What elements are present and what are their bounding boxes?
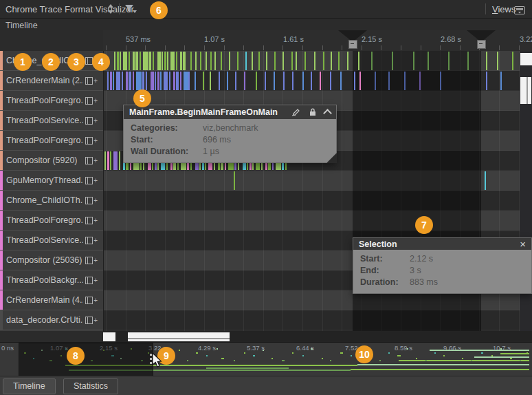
minimap-time-label: 9.66 s <box>443 344 461 352</box>
expand-track-icon[interactable]: + <box>85 297 98 304</box>
selection-left-handle-grip[interactable] <box>348 40 357 49</box>
expand-track-icon[interactable]: + <box>85 317 98 324</box>
tab-timeline[interactable]: Timeline <box>3 378 56 394</box>
track-color-stripe <box>0 131 3 150</box>
expand-track-icon[interactable]: + <box>85 117 98 125</box>
track-row[interactable]: ThreadPoolService...+ <box>0 231 103 250</box>
minimap-time-label: 5.37 s <box>247 344 265 352</box>
track-name: ThreadPoolBackgr... <box>6 275 83 285</box>
track-row[interactable]: Compositor (5920)+ <box>0 151 103 171</box>
expand-track-icon[interactable]: + <box>85 197 98 204</box>
minimap-activity-dash <box>302 355 304 356</box>
tooltip-field-label: Wall Duration: <box>131 146 203 158</box>
minimap-activity-dash <box>217 348 218 350</box>
vertical-scrollbar-thumb[interactable] <box>520 77 531 104</box>
minimap-time-label: 0 ns <box>1 344 14 352</box>
plus-glyph: + <box>93 78 98 84</box>
ruler-label: 3.22 s <box>520 35 532 43</box>
selection-field-label: Duration: <box>360 277 410 288</box>
minimap-activity-dash <box>351 355 352 356</box>
lock-icon[interactable] <box>309 108 316 116</box>
hide-panel-icon[interactable] <box>514 5 525 13</box>
track-row[interactable]: CrRendererMain (4...+ <box>0 290 103 310</box>
minimap-time-label: 10.7 s <box>493 344 511 352</box>
plus-glyph: + <box>93 158 98 164</box>
track-row[interactable]: Compositor (25036)+ <box>0 250 103 270</box>
minimap-activity-dash <box>520 360 521 361</box>
track-row[interactable]: ThreadPoolForegro...+ <box>0 131 103 151</box>
expand-track-icon[interactable]: + <box>85 217 98 224</box>
edit-icon[interactable] <box>291 108 301 116</box>
filter-icon[interactable] <box>124 4 137 14</box>
visualizer-switcher-icon[interactable] <box>107 3 115 14</box>
track-color-stripe <box>0 111 3 130</box>
track-row[interactable]: Chrome_ChildIOTh...+ <box>0 191 103 211</box>
timeline-toolbar <box>0 30 103 51</box>
minimap-activity-dash <box>388 352 390 354</box>
plus-glyph: + <box>93 178 98 184</box>
minimap-activity-dash <box>179 350 180 351</box>
minimap-activity-dash <box>234 360 235 361</box>
views-menu[interactable]: Views <box>492 4 516 14</box>
plus-glyph: + <box>93 198 98 204</box>
track-name: Compositor (25036) <box>6 255 82 265</box>
track-color-stripe <box>0 270 3 290</box>
tooltip-field-label: Categories: <box>131 122 203 134</box>
mouse-cursor <box>152 353 163 372</box>
top-toolbar: Chrome Trace Format Visualizer Views <box>0 0 532 19</box>
bottom-tab-bar: TimelineStatistics <box>0 376 532 395</box>
expand-track-icon[interactable]: + <box>85 257 98 264</box>
expand-track-icon[interactable]: + <box>85 77 98 85</box>
selection-panel-header: Selection × <box>353 237 532 250</box>
track-row[interactable]: ThreadPoolBackgr...+ <box>0 270 103 290</box>
callout-badge-1: 1 <box>14 53 32 71</box>
expand-track-icon[interactable]: + <box>85 137 98 145</box>
track-row[interactable]: GpuMemoryThread...+ <box>0 171 103 191</box>
minimap-viewport[interactable] <box>19 343 153 376</box>
collapse-icon[interactable] <box>324 108 331 116</box>
expand-track-icon[interactable]: + <box>85 97 98 105</box>
track-row[interactable]: CrRendererMain (2...+ <box>0 71 103 91</box>
close-icon[interactable]: × <box>520 239 526 249</box>
track-color-stripe <box>0 290 3 310</box>
expand-track-icon[interactable]: + <box>85 177 98 184</box>
track-row[interactable]: ThreadPoolService...+ <box>0 111 103 131</box>
toolbar-separator <box>119 3 120 14</box>
tooltip-field-value: 696 ms <box>203 134 231 146</box>
minimap-activity-dash <box>443 355 445 356</box>
minimap-time-label: 6.44 s <box>296 344 314 352</box>
minimap-activity-dash <box>340 352 343 354</box>
track-row[interactable]: ThreadPoolForegro...+ <box>0 211 103 231</box>
minimap-activity-dash <box>187 360 188 361</box>
horizontal-scrollbar-thumb[interactable] <box>128 332 230 341</box>
track-row[interactable]: data_decoder.CrUti...+ <box>0 310 103 330</box>
track-color-stripe <box>0 211 3 230</box>
horizontal-scrollbar <box>103 331 532 342</box>
minimap-activity-dash <box>282 360 285 361</box>
tab-statistics[interactable]: Statistics <box>63 378 118 394</box>
ruler-label: 537 ms <box>126 35 151 43</box>
minimap-activity-dash <box>462 358 463 359</box>
expand-box <box>85 317 93 324</box>
callout-badge-5: 5 <box>133 89 151 107</box>
expand-track-icon[interactable]: + <box>85 277 98 284</box>
minimap-activity-dash <box>434 352 436 354</box>
expand-box <box>85 257 93 264</box>
track-name: ThreadPoolService... <box>6 116 83 125</box>
track-name: GpuMemoryThread... <box>6 175 83 185</box>
scrollbar-left-block[interactable] <box>103 332 115 341</box>
ruler-ticks <box>103 45 532 50</box>
trace-visualizer-window: Chrome Trace Format Visualizer Views Tim… <box>0 0 532 395</box>
plus-glyph: + <box>93 118 98 124</box>
minimap-activity-dash <box>397 355 401 356</box>
track-color-stripe <box>0 151 3 170</box>
minimap-activity-dash <box>244 352 245 354</box>
minimap-activity-dash <box>510 358 512 359</box>
track-row[interactable]: ThreadPoolForegro...+ <box>0 91 103 111</box>
expand-track-icon[interactable]: + <box>85 237 98 244</box>
ruler-label: 1.07 s <box>204 35 225 43</box>
expand-box <box>85 237 93 244</box>
expand-track-icon[interactable]: + <box>85 157 98 164</box>
selection-right-handle-grip[interactable] <box>477 40 486 49</box>
expand-box <box>85 97 93 105</box>
